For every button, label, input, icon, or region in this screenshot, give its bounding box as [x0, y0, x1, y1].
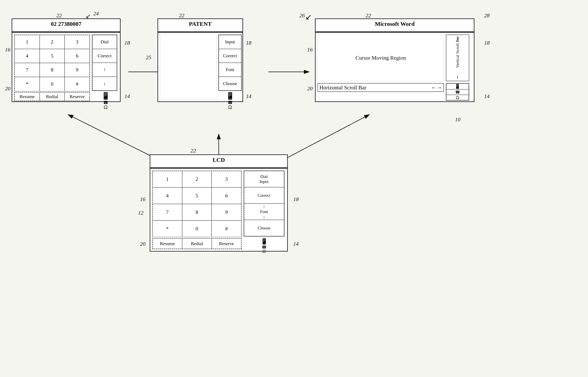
- ref-26: 26: [299, 12, 305, 19]
- bottom-reserve-tl[interactable]: Reserve: [64, 92, 90, 101]
- ref-25: 25: [146, 54, 151, 61]
- ref-24: 24: [93, 11, 99, 17]
- key-8-tl[interactable]: 8: [40, 63, 65, 77]
- key-8-bc[interactable]: 8: [182, 204, 212, 221]
- handset-icon-tl: ☎: [103, 100, 108, 105]
- key-3-tl[interactable]: 3: [64, 35, 90, 49]
- ref-20-bc: 20: [140, 241, 146, 247]
- ref-18-tr: 18: [484, 40, 490, 46]
- phone-icon-tc: 📱: [226, 92, 234, 100]
- handset-btn-tr[interactable]: ☎: [446, 89, 469, 95]
- title-text-topleft: 02 27380007: [51, 21, 82, 27]
- ref-18-tl: 18: [124, 40, 130, 46]
- bottom-row-bc: Resume Redial Reserve: [152, 238, 242, 249]
- device-topcenter: Input Correct Font Choose 📱 ☎ 🎧: [158, 32, 243, 102]
- softkey-choose-bc[interactable]: Choose: [244, 220, 284, 236]
- scroll-down-arrow[interactable]: ↓: [456, 73, 459, 80]
- key-star-bc[interactable]: *: [153, 221, 182, 237]
- softkey-dial-tl[interactable]: Dial: [92, 35, 117, 49]
- key-0-bc[interactable]: 0: [182, 221, 212, 237]
- softkey-down-tl[interactable]: ↓: [92, 77, 117, 91]
- title-bar-bottom: LCD: [150, 154, 288, 168]
- key-4-tl[interactable]: 4: [15, 49, 40, 63]
- title-bar-topcenter: PATENT: [158, 18, 243, 32]
- key-3-bc[interactable]: 3: [211, 171, 241, 188]
- h-scroll-arrows[interactable]: ←→: [431, 84, 442, 91]
- key-6-bc[interactable]: 6: [211, 188, 241, 204]
- key-2-bc[interactable]: 2: [182, 171, 212, 188]
- ref-16-tl: 16: [5, 47, 11, 53]
- cursor-region-label: Cursor Moving Region: [355, 55, 406, 61]
- key-1-bc[interactable]: 1: [153, 171, 182, 188]
- softkey-dial-input-bc[interactable]: Dial Input: [244, 171, 284, 187]
- title-bar-topleft: 02 27380007: [12, 18, 121, 32]
- key-hash-tl[interactable]: #: [64, 77, 90, 91]
- keypad-area-bc: 1 2 3 4 5 6 7 8 9 * 0 #: [152, 171, 242, 236]
- key-9-tl[interactable]: 9: [64, 63, 90, 77]
- ref-20-tl: 20: [5, 85, 11, 92]
- key-1-tl[interactable]: 1: [15, 35, 40, 49]
- horizontal-scroll-bar[interactable]: Horizontal Scroll Bar ←→: [318, 83, 444, 92]
- headset-icon-tc: 🎧: [228, 105, 232, 109]
- h-scroll-label: Horizontal Scroll Bar: [319, 84, 366, 91]
- key-9-bc[interactable]: 9: [211, 204, 241, 221]
- icon-btn-tr[interactable]: 📱: [446, 83, 469, 89]
- bottom-redial-bc[interactable]: Redial: [182, 238, 212, 249]
- bottom-resume-bc[interactable]: Resume: [153, 238, 182, 249]
- key-4-bc[interactable]: 4: [153, 188, 182, 204]
- title-text-bottom: LCD: [212, 156, 225, 163]
- softkey-col-tc: Input Correct Font Choose: [218, 35, 242, 91]
- softkey-input-tc[interactable]: Input: [219, 35, 241, 49]
- bottom-resume-tl[interactable]: Resume: [15, 92, 40, 101]
- handset-icon-bc: ☎: [262, 245, 267, 249]
- ref-16-tr: 16: [307, 47, 313, 53]
- phone-icon-bc: 📱: [260, 238, 268, 245]
- key-2-tl[interactable]: 2: [40, 35, 65, 49]
- softkey-correct-tc[interactable]: Correct: [219, 49, 241, 63]
- ref-18-bc: 18: [293, 196, 299, 202]
- headset-btn-tr[interactable]: 🎧: [446, 95, 469, 100]
- device-topleft: 1 2 3 4 5 6 7 8 9 * 0 # Dial Correct ↑ ↓…: [12, 32, 121, 102]
- ref-14-tr: 14: [484, 93, 490, 99]
- key-6-tl[interactable]: 6: [64, 49, 90, 63]
- ref-22-tc: 22: [179, 12, 184, 19]
- title-bar-topright: Microsoft Word: [315, 18, 475, 32]
- softkey-font-tc[interactable]: Font: [219, 63, 241, 77]
- softkey-col-topleft: Dial Correct ↑ ↓: [92, 35, 117, 91]
- softkey-up-tl[interactable]: ↑: [92, 63, 117, 77]
- keypad-area-topleft: 1 2 3 4 5 6 7 8 9 * 0 #: [14, 35, 90, 91]
- bottom-redial-tl[interactable]: Redial: [40, 92, 65, 101]
- ref-12-bc: 12: [138, 210, 144, 216]
- cursor-moving-region: Cursor Moving Region: [318, 35, 444, 81]
- softkey-correct-bc[interactable]: Correct: [244, 187, 284, 203]
- softkey-choose-tc[interactable]: Choose: [219, 77, 241, 91]
- softkey-font-bc[interactable]: ↑ Font ↓: [244, 203, 284, 220]
- device-bottom: 1 2 3 4 5 6 7 8 9 * 0 # Dial Input Corre…: [150, 168, 288, 251]
- key-7-tl[interactable]: 7: [15, 63, 40, 77]
- device-topright: Cursor Moving Region ↑ Vertical Scroll B…: [315, 32, 475, 102]
- key-7-bc[interactable]: 7: [153, 204, 182, 221]
- key-0-tl[interactable]: 0: [40, 77, 65, 91]
- key-hash-bc[interactable]: #: [211, 221, 241, 237]
- icon-area-tc: 📱 ☎ 🎧: [218, 92, 242, 101]
- key-5-tl[interactable]: 5: [40, 49, 65, 63]
- icon-area-bc: 📱 ☎ 🎧: [244, 238, 284, 249]
- handset-icon-tc: ☎: [228, 100, 233, 105]
- vertical-scroll-bar[interactable]: ↑ Vertical Scroll Bar ↓: [446, 35, 469, 81]
- bottom-row-topleft: Resume Redial Reserve: [14, 92, 90, 101]
- title-text-topright: Microsoft Word: [375, 21, 415, 27]
- headset-icon-bc: 🎧: [262, 249, 266, 253]
- title-text-topcenter: PATENT: [189, 21, 211, 27]
- ref-26-arrow: ↙: [305, 12, 312, 22]
- softkey-input-bc: Input: [260, 179, 269, 184]
- key-5-bc[interactable]: 5: [182, 188, 212, 204]
- key-star-tl[interactable]: *: [15, 77, 40, 91]
- ref-22-bc: 22: [191, 148, 196, 154]
- display-area-tc: [160, 35, 216, 100]
- ref-16-bc: 16: [140, 196, 146, 202]
- bottom-reserve-bc[interactable]: Reserve: [212, 238, 241, 249]
- ref-20-tr: 20: [307, 85, 313, 92]
- font-label-bc: Font: [260, 209, 268, 214]
- ref-18-tc: 18: [246, 40, 251, 46]
- softkey-correct-tl[interactable]: Correct: [92, 49, 117, 63]
